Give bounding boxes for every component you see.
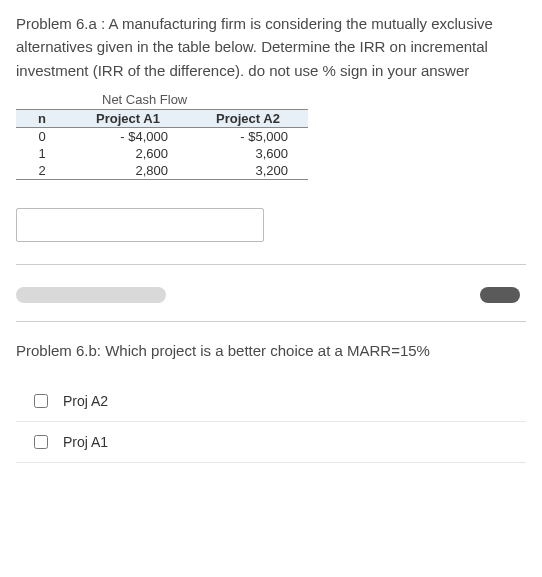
option-checkbox-a2[interactable] — [34, 394, 48, 408]
col-header-a1: Project A1 — [68, 109, 188, 127]
option-row-a1[interactable]: Proj A1 — [16, 422, 526, 463]
cell-a1: 2,600 — [68, 145, 188, 162]
redacted-left — [16, 287, 166, 303]
table-super-header: Net Cash Flow — [102, 92, 526, 107]
col-header-a2: Project A2 — [188, 109, 308, 127]
cell-a2: 3,600 — [188, 145, 308, 162]
table-row: 2 2,800 3,200 — [16, 162, 308, 180]
redacted-right — [480, 287, 520, 303]
answer-input[interactable] — [16, 208, 264, 242]
section-divider — [16, 321, 526, 322]
cash-flow-table-wrap: Net Cash Flow n Project A1 Project A2 0 … — [16, 92, 526, 180]
cell-a1: - $4,000 — [68, 127, 188, 145]
problem-a-text: Problem 6.a : A manufacturing firm is co… — [16, 12, 526, 82]
cell-a2: - $5,000 — [188, 127, 308, 145]
cell-n: 2 — [16, 162, 68, 180]
cell-n: 0 — [16, 127, 68, 145]
table-row: 0 - $4,000 - $5,000 — [16, 127, 308, 145]
redacted-row — [16, 265, 526, 321]
option-row-a2[interactable]: Proj A2 — [16, 381, 526, 422]
cell-a1: 2,800 — [68, 162, 188, 180]
option-checkbox-a1[interactable] — [34, 435, 48, 449]
table-row: 1 2,600 3,600 — [16, 145, 308, 162]
option-label: Proj A1 — [63, 434, 108, 450]
cash-flow-table: n Project A1 Project A2 0 - $4,000 - $5,… — [16, 109, 308, 180]
col-header-n: n — [16, 109, 68, 127]
option-label: Proj A2 — [63, 393, 108, 409]
problem-b-text: Problem 6.b: Which project is a better c… — [16, 342, 526, 359]
cell-n: 1 — [16, 145, 68, 162]
cell-a2: 3,200 — [188, 162, 308, 180]
table-header-row: n Project A1 Project A2 — [16, 109, 308, 127]
